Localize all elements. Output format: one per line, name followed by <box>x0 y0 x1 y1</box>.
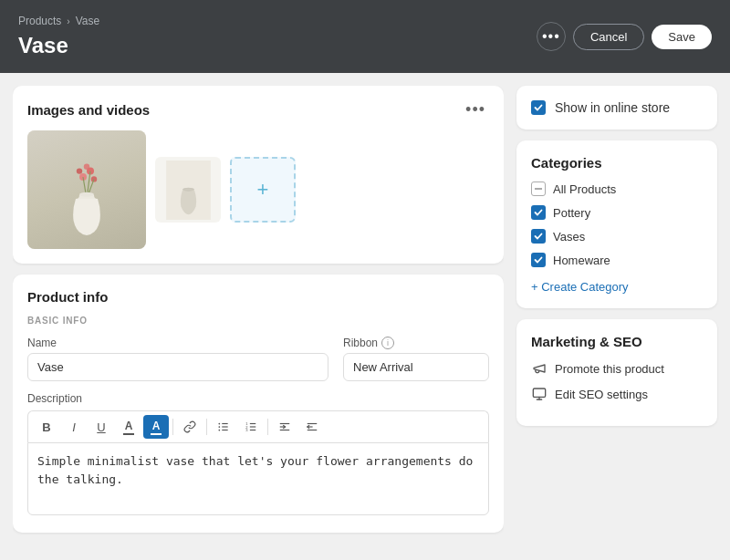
ribbon-info-icon[interactable]: i <box>381 337 394 349</box>
megaphone-icon <box>531 360 548 377</box>
breadcrumb-separator: › <box>67 16 69 26</box>
more-options-button[interactable]: ••• <box>537 22 566 51</box>
edit-seo-item[interactable]: Edit SEO settings <box>531 386 703 402</box>
save-button[interactable]: Save <box>652 25 712 49</box>
online-store-checkbox[interactable] <box>531 100 546 115</box>
ribbon-input[interactable] <box>343 353 489 381</box>
svg-point-3 <box>77 168 82 173</box>
outdent-button[interactable] <box>299 415 325 439</box>
images-card-header: Images and videos ••• <box>27 100 489 119</box>
svg-point-14 <box>218 423 220 425</box>
svg-point-15 <box>218 426 220 428</box>
vases-checkbox[interactable] <box>531 229 546 244</box>
description-toolbar: B I U A A <box>27 410 489 442</box>
svg-point-2 <box>91 176 97 181</box>
ribbon-group: Ribbon i <box>343 337 489 381</box>
product-info-card: Product info BASIC INFO Name Ribbon i De… <box>13 275 504 533</box>
description-textarea[interactable] <box>27 442 489 515</box>
add-image-button[interactable]: + <box>230 157 296 223</box>
svg-point-8 <box>79 192 94 197</box>
name-input[interactable] <box>27 353 328 381</box>
link-button[interactable] <box>177 415 203 439</box>
vases-label: Vases <box>553 230 585 244</box>
indent-button[interactable] <box>272 415 297 439</box>
ordered-list-button[interactable]: 1 2 3 <box>238 415 264 439</box>
seo-settings-icon <box>531 386 548 402</box>
images-title: Images and videos <box>27 102 150 118</box>
italic-button[interactable]: I <box>61 415 87 439</box>
svg-rect-29 <box>533 389 545 397</box>
toolbar-separator-2 <box>206 419 207 435</box>
underline-button[interactable]: U <box>89 415 114 439</box>
name-ribbon-row: Name Ribbon i <box>27 337 489 381</box>
online-store-label: Show in online store <box>555 100 670 115</box>
add-icon: + <box>257 178 269 202</box>
all-products-checkbox[interactable] <box>531 181 546 196</box>
category-pottery[interactable]: Pottery <box>531 205 703 220</box>
homeware-label: Homeware <box>553 254 610 267</box>
main-product-image[interactable] <box>27 130 146 249</box>
images-grid: + <box>27 130 489 249</box>
text-color-button[interactable]: A <box>116 415 141 439</box>
svg-point-4 <box>84 164 89 170</box>
all-products-label: All Products <box>553 182 616 196</box>
online-store-card: Show in online store <box>516 86 717 130</box>
category-all-products[interactable]: All Products <box>531 181 703 196</box>
pottery-checkbox[interactable] <box>531 205 546 220</box>
bold-button[interactable]: B <box>34 415 59 439</box>
seo-settings-label: Edit SEO settings <box>555 388 648 401</box>
categories-card: Categories All Products Pottery <box>516 140 717 308</box>
ribbon-label-group: Ribbon i <box>343 337 489 349</box>
description-label: Description <box>27 392 489 405</box>
promote-product-item[interactable]: Promote this product <box>531 360 703 377</box>
svg-text:3: 3 <box>245 428 248 432</box>
product-thumbnail-1[interactable] <box>155 157 221 223</box>
images-more-button[interactable]: ••• <box>462 100 489 119</box>
toolbar-separator-1 <box>172 419 173 435</box>
right-column: Show in online store Categories All Prod… <box>516 86 717 547</box>
category-vases[interactable]: Vases <box>531 229 703 244</box>
categories-title: Categories <box>531 155 703 171</box>
main-content: Images and videos ••• <box>0 73 730 560</box>
cancel-button[interactable]: Cancel <box>573 24 644 50</box>
product-info-header: Product info <box>27 289 489 305</box>
name-group: Name <box>27 337 328 381</box>
header-actions: ••• Cancel Save <box>537 22 712 51</box>
header: Products › Vase Vase ••• Cancel Save <box>0 0 730 73</box>
main-image-preview <box>27 130 146 249</box>
create-category-link[interactable]: + Create Category <box>531 280 629 294</box>
toolbar-separator-3 <box>267 419 268 435</box>
basic-info-label: BASIC INFO <box>27 316 489 326</box>
ribbon-label: Ribbon <box>343 337 378 349</box>
pottery-label: Pottery <box>553 206 590 220</box>
bullet-list-button[interactable] <box>211 415 236 439</box>
category-homeware[interactable]: Homeware <box>531 253 703 267</box>
left-column: Images and videos ••• <box>13 86 504 547</box>
name-label: Name <box>27 337 328 349</box>
product-info-title: Product info <box>27 289 108 305</box>
breadcrumb-parent[interactable]: Products <box>18 15 61 27</box>
svg-point-16 <box>218 430 220 431</box>
homeware-checkbox[interactable] <box>531 253 546 267</box>
images-card: Images and videos ••• <box>13 86 504 264</box>
breadcrumb-current: Vase <box>76 15 99 27</box>
promote-label: Promote this product <box>555 362 664 376</box>
online-store-row: Show in online store <box>531 100 703 115</box>
marketing-seo-card: Marketing & SEO Promote this product <box>516 319 717 426</box>
marketing-title: Marketing & SEO <box>531 334 703 349</box>
highlight-button[interactable]: A <box>143 415 169 439</box>
